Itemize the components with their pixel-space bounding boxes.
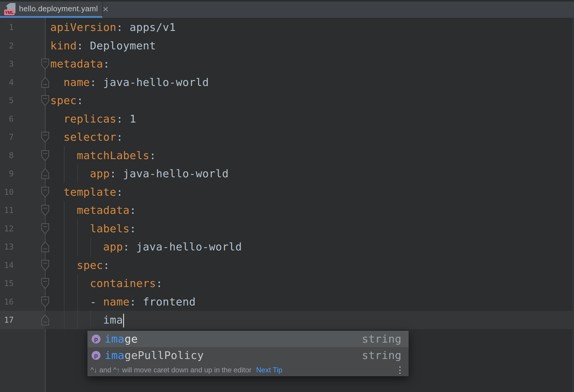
tab-title: hello.deployment.yaml [19, 4, 98, 13]
yaml-key: app [90, 167, 110, 180]
yaml-key: apiVersion [50, 21, 116, 33]
ide-window: YML hello.deployment.yaml × 1apiVersion:… [0, 0, 574, 392]
yaml-key: matchLabels [77, 149, 149, 161]
code-line-1[interactable]: apiVersion: apps/v1 [0, 18, 574, 37]
text-caret [123, 314, 124, 327]
yaml-key: app [103, 241, 123, 253]
fold-region-start-icon[interactable] [41, 59, 49, 69]
code-line-16[interactable]: - name: frontend [0, 293, 574, 311]
code-line-14[interactable]: spec: [0, 256, 574, 275]
yaml-file-icon: YML [4, 3, 16, 16]
yaml-key: selector [63, 131, 116, 143]
fold-region-end-icon[interactable] [41, 168, 49, 179]
fold-region-start-icon[interactable] [41, 297, 49, 307]
code-line-3[interactable]: metadata: [0, 55, 574, 73]
completion-type-label: string [362, 349, 402, 361]
fold-region-end-icon[interactable] [41, 77, 49, 88]
yaml-key: spec [50, 94, 77, 106]
property-icon: p [92, 351, 101, 360]
more-options-icon[interactable]: ⋮ [396, 366, 404, 374]
fold-region-start-icon[interactable] [41, 278, 49, 289]
completion-hint-bar: ^↓ and ^↑ will move caret down and up in… [87, 363, 409, 376]
fold-region-start-icon[interactable] [41, 205, 49, 216]
code-line-4[interactable]: name: java-hello-world [0, 73, 574, 92]
code-line-10[interactable]: template: [0, 183, 574, 201]
completion-match-text: ima [105, 349, 125, 361]
file-badge-label: YML [5, 10, 14, 15]
fold-region-start-icon[interactable] [41, 132, 49, 142]
tab-close-icon[interactable]: × [103, 4, 109, 14]
code-line-7[interactable]: selector: [0, 128, 574, 146]
completion-rest-text: gePullPolicy [125, 349, 204, 361]
fold-region-start-icon[interactable] [41, 260, 49, 271]
yaml-key: spec [77, 259, 103, 271]
fold-region-start-icon[interactable] [41, 95, 49, 106]
yaml-key: metadata [50, 58, 103, 70]
fold-region-end-icon[interactable] [41, 242, 49, 252]
code-line-15[interactable]: containers: [0, 274, 574, 293]
editor-tab-bar: YML hello.deployment.yaml × [0, 1, 574, 18]
completion-item-image[interactable]: pimagestring [87, 331, 409, 347]
tab-hello-deployment-yaml[interactable]: YML hello.deployment.yaml × [0, 1, 102, 16]
yaml-key: name [63, 76, 90, 88]
fold-region-start-icon[interactable] [41, 187, 49, 197]
completion-match-text: ima [105, 333, 125, 345]
code-line-2[interactable]: kind: Deployment [0, 37, 574, 55]
yaml-key: labels [90, 222, 129, 235]
fold-region-end-icon[interactable] [41, 315, 49, 325]
code-line-11[interactable]: metadata: [0, 201, 574, 219]
yaml-key: kind [50, 40, 77, 52]
tab-divider [102, 1, 103, 16]
yaml-key: metadata [77, 204, 130, 216]
code-line-13[interactable]: app: java-hello-world [0, 238, 574, 256]
yaml-key: replicas [63, 113, 116, 125]
completion-rest-text: ge [125, 333, 138, 345]
completion-type-label: string [362, 333, 402, 345]
property-icon: p [92, 335, 101, 344]
completion-item-imagePullPolicy[interactable]: pimagePullPolicystring [87, 347, 409, 363]
next-tip-link[interactable]: Next Tip [256, 366, 282, 374]
yaml-key: name [103, 296, 130, 308]
yaml-key: template [63, 186, 116, 198]
code-line-17[interactable]: ima [0, 311, 574, 329]
fold-region-start-icon[interactable] [41, 223, 49, 234]
fold-region-start-icon[interactable] [41, 150, 49, 161]
yaml-key: containers [90, 277, 156, 289]
code-line-5[interactable]: spec: [0, 91, 574, 110]
code-line-6[interactable]: replicas: 1 [0, 110, 574, 128]
completion-popup: pimagestringpimagePullPolicystring ^↓ an… [87, 331, 409, 376]
completion-hint-text: ^↓ and ^↑ will move caret down and up in… [90, 366, 251, 374]
code-line-9[interactable]: app: java-hello-world [0, 164, 574, 183]
code-line-12[interactable]: labels: [0, 219, 574, 238]
code-line-8[interactable]: matchLabels: [0, 146, 574, 165]
